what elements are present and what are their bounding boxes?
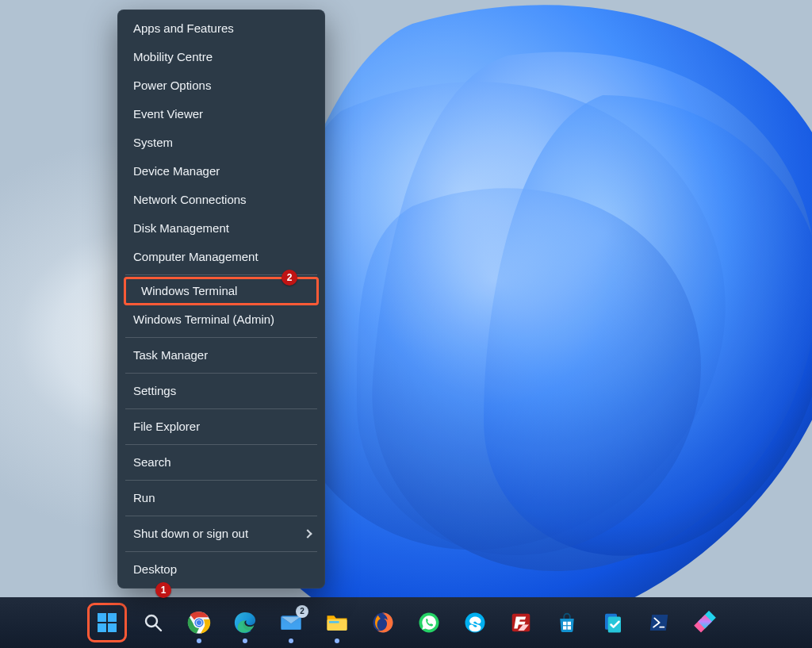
winx-item-label: Disk Management (133, 221, 229, 236)
file-explorer-icon[interactable] (321, 607, 353, 638)
winx-item-label: Windows Terminal (141, 284, 237, 298)
filezilla-icon[interactable] (505, 607, 537, 638)
winx-item-network-connections[interactable]: Network Connections (117, 186, 325, 214)
winx-item-mobility-centre[interactable]: Mobility Centre (117, 43, 325, 71)
svg-rect-11 (327, 619, 347, 631)
search-icon[interactable] (137, 607, 169, 638)
menu-separator (125, 444, 317, 445)
winx-item-computer-management[interactable]: Computer Management (117, 243, 325, 271)
winx-item-label: Task Manager (133, 348, 208, 362)
winx-item-label: Shut down or sign out (133, 527, 248, 541)
svg-line-5 (156, 626, 161, 631)
winx-item-search[interactable]: Search (117, 448, 325, 477)
winx-item-system[interactable]: System (117, 128, 325, 157)
start-button-glyph (96, 612, 118, 634)
annotation-badge-2: 2 (282, 270, 297, 286)
chrome-icon[interactable] (183, 607, 215, 638)
svg-rect-18 (568, 622, 571, 625)
winx-item-label: Settings (133, 384, 176, 398)
svg-point-4 (146, 615, 157, 627)
snagit-icon-glyph (693, 611, 717, 635)
mail-icon[interactable]: 2 (275, 607, 307, 638)
winx-item-label: Device Manager (133, 164, 220, 178)
svg-rect-20 (568, 626, 571, 629)
menu-separator (125, 408, 317, 409)
winx-item-apps-and-features[interactable]: Apps and Features (117, 14, 325, 43)
menu-separator (125, 551, 317, 552)
search-icon-glyph (143, 612, 163, 633)
skype-icon-glyph (463, 611, 487, 635)
firefox-icon-glyph (371, 611, 395, 635)
menu-separator (125, 337, 317, 338)
winx-item-shut-down-or-sign-out[interactable]: Shut down or sign out (117, 520, 325, 548)
todo-icon[interactable] (597, 607, 629, 638)
edge-icon[interactable] (229, 607, 261, 638)
edge-icon-glyph (233, 611, 257, 635)
winx-item-label: Event Viewer (133, 107, 203, 121)
winx-item-run[interactable]: Run (117, 484, 325, 512)
firefox-icon[interactable] (367, 607, 399, 638)
svg-rect-0 (98, 613, 106, 622)
winx-item-device-manager[interactable]: Device Manager (117, 157, 325, 186)
winx-item-label: Power Options (133, 79, 211, 93)
whatsapp-icon-glyph (417, 611, 441, 635)
menu-separator (125, 373, 317, 374)
winx-item-windows-terminal-admin[interactable]: Windows Terminal (Admin) (117, 305, 325, 334)
svg-rect-17 (563, 622, 566, 625)
winx-item-label: Computer Management (133, 250, 259, 264)
winx-item-task-manager[interactable]: Task Manager (117, 341, 325, 370)
winx-item-label: Run (133, 491, 155, 505)
svg-rect-1 (108, 613, 117, 622)
winx-item-label: Mobility Centre (133, 50, 213, 64)
winx-item-label: Apps and Features (133, 21, 234, 36)
snagit-icon[interactable] (689, 607, 721, 638)
annotation-badge-1: 1 (155, 582, 171, 598)
svg-rect-3 (108, 623, 117, 632)
chrome-icon-glyph (187, 611, 211, 635)
skype-icon[interactable] (459, 607, 491, 638)
svg-point-9 (197, 620, 201, 625)
winx-item-label: Network Connections (133, 193, 247, 207)
winx-item-label: Desktop (133, 562, 177, 577)
todo-icon-glyph (601, 611, 625, 635)
store-icon[interactable] (551, 607, 583, 638)
store-icon-glyph (555, 611, 579, 635)
svg-rect-12 (329, 621, 339, 623)
file-explorer-icon-glyph (325, 611, 349, 635)
svg-rect-19 (563, 626, 566, 629)
winx-item-label: Windows Terminal (Admin) (133, 312, 274, 327)
chevron-right-icon (303, 529, 312, 538)
mail-unread-badge: 2 (296, 605, 308, 618)
filezilla-icon-glyph (509, 611, 533, 635)
winx-item-desktop[interactable]: Desktop (117, 555, 325, 584)
powershell-icon-glyph (647, 611, 671, 635)
winx-context-menu[interactable]: Apps and FeaturesMobility CentrePower Op… (117, 10, 325, 589)
winx-item-disk-management[interactable]: Disk Management (117, 214, 325, 243)
winx-item-event-viewer[interactable]: Event Viewer (117, 100, 325, 128)
winx-item-label: File Explorer (133, 420, 200, 434)
winx-item-file-explorer[interactable]: File Explorer (117, 412, 325, 441)
winx-item-label: System (133, 136, 173, 150)
taskbar: 2 (0, 597, 812, 648)
svg-rect-2 (98, 623, 106, 632)
menu-separator (125, 516, 317, 516)
winx-item-settings[interactable]: Settings (117, 377, 325, 405)
powershell-icon[interactable] (643, 607, 675, 638)
winx-item-power-options[interactable]: Power Options (117, 71, 325, 100)
whatsapp-icon[interactable] (413, 607, 445, 638)
menu-separator (125, 480, 317, 481)
winx-item-label: Search (133, 455, 171, 470)
svg-rect-22 (608, 617, 621, 633)
start-button[interactable] (91, 607, 123, 638)
